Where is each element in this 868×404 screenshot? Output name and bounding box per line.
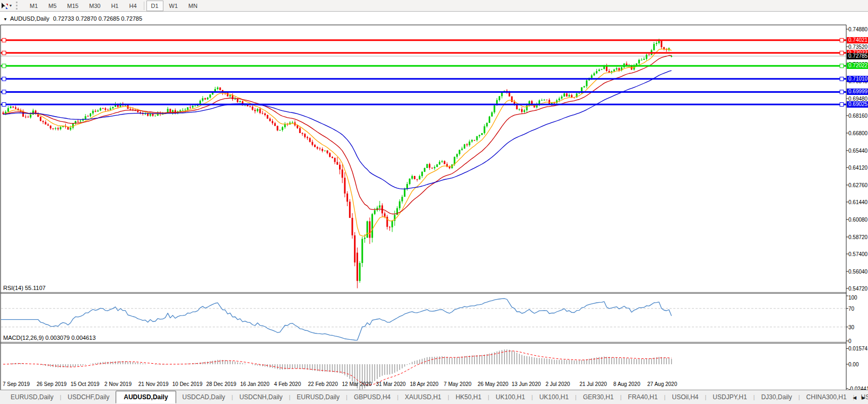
price-axis-tick: 0.60080 — [848, 217, 867, 223]
date-axis-label: 26 May 2020 — [478, 381, 508, 387]
chart-symbol: AUDUSD,Daily — [10, 15, 49, 22]
hline-price-label: 0.71010 — [847, 76, 868, 82]
chart-tab-AUDUSD-Daily[interactable]: AUDUSD,Daily — [116, 391, 176, 403]
date-axis-label: 2 Jul 2020 — [545, 381, 570, 387]
hline-price-label: 0.72022 — [847, 63, 868, 69]
macd-label: MACD(12,26,9) 0.003079 0.004613 — [3, 335, 96, 341]
hline-price-label: 0.69025 — [847, 101, 868, 108]
date-axis-label: 21 Jul 2020 — [579, 381, 607, 387]
timeframe-button-M15[interactable]: M15 — [63, 1, 83, 11]
macd-axis-tick: 0.015741 — [848, 346, 868, 352]
rsi-axis-tick: 0 — [848, 338, 852, 344]
date-axis-label: 18 Apr 2020 — [410, 381, 438, 387]
date-axis-label: 21 Nov 2019 — [138, 381, 169, 387]
chart-tab-EURUSD-Daily[interactable]: EURUSD,Daily — [290, 391, 346, 403]
chart-tab-USDCNH-Daily[interactable]: USDCNH,Daily — [233, 391, 289, 403]
chart-canvas[interactable] — [0, 12, 868, 390]
timeframe-toolbar: ▾ M1M5M15M30H1H4D1W1MN — [0, 0, 868, 12]
rsi-axis-tick: 100 — [848, 295, 857, 301]
chart-title: ▼AUDUSD,Daily0.72733 0.72870 0.72685 0.7… — [3, 15, 142, 22]
chart-tab-USDJPY-H1[interactable]: USDJPY,H1 — [706, 391, 753, 403]
date-axis-label: 7 Sep 2019 — [3, 381, 30, 387]
chart-tab-GER30-H1[interactable]: GER30,H1 — [577, 391, 620, 403]
date-axis-label: 15 Oct 2019 — [71, 381, 99, 387]
timeframe-button-H4[interactable]: H4 — [124, 1, 141, 11]
rsi-label: RSI(14) 55.1107 — [3, 285, 46, 291]
date-axis-label: 13 Jun 2020 — [511, 381, 541, 387]
price-axis-tick: 0.74880 — [848, 27, 867, 32]
timeframe-button-MN[interactable]: MN — [184, 1, 202, 11]
macd-axis-tick: 0.00 — [848, 362, 858, 367]
chart-tab-HK50-H1[interactable]: HK50,H1 — [449, 391, 488, 403]
price-axis-tick: 0.54720 — [848, 286, 867, 292]
mt4-window: ▾ M1M5M15M30H1H4D1W1MN ▼AUDUSD,Daily0.72… — [0, 0, 868, 404]
rsi-value: 55.1107 — [25, 285, 46, 291]
tab-scroll-left-button[interactable]: ◀ — [853, 395, 856, 400]
timeframe-button-H1[interactable]: H1 — [106, 1, 123, 11]
toolbar-grip[interactable] — [16, 2, 20, 10]
chart-tab-USDCHF-Daily[interactable]: USDCHF,Daily — [62, 391, 116, 403]
tab-bar: EURUSD,Daily|USDCHF,DailyAUDUSD,DailyUSD… — [0, 390, 868, 404]
current-price-label: 0.72785 — [847, 53, 868, 59]
timeframe-buttons: M1M5M15M30H1H4D1W1MN — [24, 1, 203, 11]
collapse-arrow-icon[interactable]: ▼ — [3, 17, 7, 22]
chart-tab-FRA40-H1[interactable]: FRA40,H1 — [622, 391, 664, 403]
timeframe-button-M30[interactable]: M30 — [84, 1, 105, 11]
price-axis-tick: 0.58720 — [848, 234, 867, 240]
date-axis-label: 22 Feb 2020 — [308, 381, 338, 387]
date-axis-label: 2 Nov 2019 — [105, 381, 132, 387]
chart-tab-UK100-H1[interactable]: UK100,H1 — [533, 391, 575, 403]
price-axis-tick: 0.73520 — [848, 44, 867, 50]
chart-tab-EURUSD-Daily[interactable]: EURUSD,Daily — [4, 391, 60, 403]
chart-tab-GBPUSD-H4[interactable]: GBPUSD,H4 — [348, 391, 397, 403]
timeframe-button-M1[interactable]: M1 — [25, 1, 42, 11]
date-axis-label: 31 Mar 2020 — [376, 381, 405, 387]
chart-shift-tool-icon[interactable] — [1, 2, 8, 10]
timeframe-button-W1[interactable]: W1 — [164, 1, 183, 11]
tab-scroll-right-button[interactable]: ▶ — [862, 395, 865, 400]
chart-tab-XAUUSD-H1[interactable]: XAUUSD,H1 — [398, 391, 448, 403]
chart-tab-USDCAD-Daily[interactable]: USDCAD,Daily — [176, 391, 232, 403]
date-axis-label: 26 Sep 2019 — [37, 381, 67, 387]
price-axis-tick: 0.62760 — [848, 182, 867, 188]
hline-price-label: 0.69999 — [847, 89, 868, 95]
hline-price-label: 0.74021 — [847, 37, 868, 43]
date-axis-label: 12 Mar 2020 — [342, 381, 372, 387]
toolbar-separator — [144, 2, 144, 10]
timeframe-button-M5[interactable]: M5 — [44, 1, 61, 11]
macd-values: 0.003079 0.004613 — [45, 335, 96, 341]
tab-scroll-arrows: ◀ ▶ — [853, 390, 865, 404]
date-axis-label: 7 May 2020 — [444, 381, 471, 387]
dropdown-arrow-icon[interactable]: ▾ — [10, 3, 12, 8]
chart-tab-USOil-H4[interactable]: USOil,H4 — [665, 391, 705, 403]
date-axis-label: 16 Jan 2020 — [240, 381, 270, 387]
timeframe-button-D1[interactable]: D1 — [146, 1, 163, 11]
chart-tab-DJ30-Daily[interactable]: DJ30,Daily — [755, 391, 798, 403]
price-axis-tick: 0.61440 — [848, 199, 867, 205]
chart-tab-CHINA300-H1[interactable]: CHINA300,H1 — [800, 391, 853, 403]
date-axis-label: 8 Aug 2020 — [613, 381, 640, 387]
date-axis-label: 27 Aug 2020 — [647, 381, 677, 387]
chart-tabs: EURUSD,Daily|USDCHF,DailyAUDUSD,DailyUSD… — [4, 391, 868, 403]
chart-tab-UK100-H1[interactable]: UK100,H1 — [489, 391, 531, 403]
rsi-axis-tick: 30 — [848, 324, 854, 330]
price-axis-tick: 0.68160 — [848, 113, 867, 119]
date-axis-label: 10 Dec 2019 — [172, 381, 203, 387]
price-axis-tick: 0.57400 — [848, 251, 867, 257]
chart-ohlc-values: 0.72733 0.72870 0.72685 0.72785 — [53, 15, 142, 22]
price-axis-tick: 0.66800 — [848, 130, 867, 136]
chart-window: ▼AUDUSD,Daily0.72733 0.72870 0.72685 0.7… — [0, 12, 868, 390]
date-axis-label: 4 Feb 2020 — [274, 381, 301, 387]
rsi-axis-tick: 70 — [848, 306, 854, 312]
price-axis-tick: 0.64120 — [848, 165, 867, 171]
price-axis-tick: 0.65440 — [848, 148, 867, 154]
date-axis-label: 28 Dec 2019 — [206, 381, 237, 387]
price-axis-tick: 0.56040 — [848, 269, 867, 275]
